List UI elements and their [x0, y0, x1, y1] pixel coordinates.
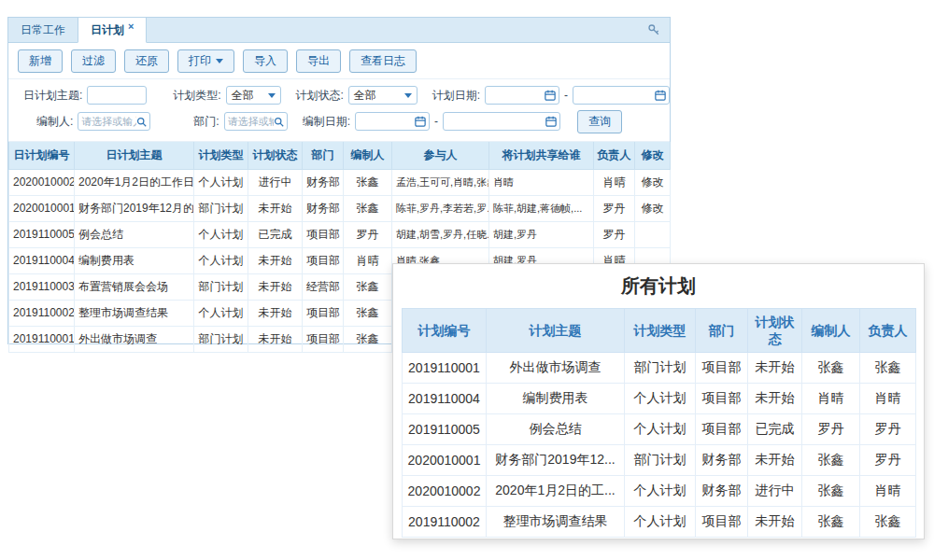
- add-button[interactable]: 新增: [18, 49, 63, 73]
- table-row: 2020010002 2020年1月2日的工作日... 个人计划 进行中 财务部…: [9, 169, 671, 195]
- ocell-id: 2019110001: [403, 353, 487, 384]
- query-button[interactable]: 查询: [577, 110, 622, 133]
- plan-subject-link[interactable]: 整理市场调查结果: [75, 300, 194, 326]
- tab-daily-plan[interactable]: 日计划×: [78, 18, 147, 43]
- ocell-id: 2019110002: [403, 507, 487, 538]
- plan-subject-link[interactable]: 编制费用表: [75, 247, 194, 273]
- plan-subject-link[interactable]: 例会总结: [75, 221, 194, 247]
- cell-status: 未开始: [248, 273, 303, 300]
- modify-link[interactable]: 修改: [635, 195, 671, 221]
- compiler-filter-text[interactable]: [81, 116, 136, 127]
- ocell-dept: 项目部: [696, 384, 748, 414]
- date-range-separator: -: [434, 115, 438, 128]
- dept-filter-text[interactable]: [228, 116, 274, 127]
- cell-compiler: 张鑫: [344, 300, 392, 326]
- search-icon[interactable]: [136, 117, 147, 127]
- ocell-type: 部门计划: [625, 353, 696, 384]
- modify-link[interactable]: 修改: [635, 169, 671, 195]
- owner-link[interactable]: 罗丹: [594, 195, 635, 221]
- plan-subject-link[interactable]: 2020年1月2日的工作日...: [75, 169, 194, 195]
- col-modify: 修改: [635, 142, 671, 169]
- ocell-type: 个人计划: [625, 476, 696, 507]
- dept-filter-label: 部门:: [193, 114, 219, 130]
- plan-id-link[interactable]: 2020010002: [9, 169, 75, 195]
- plan-date-from-text[interactable]: [488, 90, 545, 101]
- table-row: 2019110001 外出做市场调查 部门计划 项目部 未开始 张鑫 张鑫: [403, 353, 916, 384]
- close-icon[interactable]: ×: [128, 21, 134, 32]
- ocell-status: 未开始: [748, 507, 802, 538]
- cell-dept: 项目部: [303, 247, 344, 273]
- subject-filter-input[interactable]: [87, 86, 147, 105]
- cell-dept: 经营部: [303, 273, 344, 300]
- ocell-subject: 财务部门2019年12...: [487, 445, 625, 476]
- plan-subject-link[interactable]: 布置营销展会会场: [75, 273, 194, 300]
- ocell-owner: 张鑫: [860, 507, 916, 538]
- cell-share: 胡建,罗丹: [489, 221, 594, 247]
- plan-date-from-input[interactable]: [485, 86, 559, 105]
- ocell-status: 未开始: [748, 445, 802, 476]
- col-status: 计划状态: [248, 142, 303, 169]
- modify-link[interactable]: [635, 221, 671, 247]
- cell-participants: 陈菲,罗丹,李若若,罗...: [392, 195, 489, 221]
- owner-link[interactable]: 罗丹: [594, 221, 635, 247]
- ocell-dept: 财务部: [696, 445, 748, 476]
- cell-participants: 孟浩,王可可,肖晴,张鑫: [392, 169, 489, 195]
- plan-subject-link[interactable]: 财务部门2019年12月的...: [75, 195, 194, 221]
- col-type: 计划类型: [194, 142, 248, 169]
- plan-id-link[interactable]: 2020010001: [9, 195, 75, 221]
- ocell-dept: 项目部: [696, 414, 748, 445]
- import-button[interactable]: 导入: [243, 49, 288, 73]
- cell-status: 未开始: [248, 247, 303, 273]
- compile-date-to-text[interactable]: [446, 116, 545, 127]
- cell-status: 未开始: [248, 300, 303, 326]
- compile-date-label: 编制日期:: [303, 114, 350, 130]
- cell-compiler: 张鑫: [344, 195, 392, 221]
- plan-id-link[interactable]: 2019110004: [9, 247, 75, 273]
- plan-id-link[interactable]: 2019110005: [9, 221, 75, 247]
- all-plans-table: 计划编号 计划主题 计划类型 部门 计划状态 编制人 负责人 201911000…: [402, 308, 916, 538]
- filter-button[interactable]: 过滤: [71, 49, 116, 73]
- calendar-icon: [545, 90, 556, 101]
- ocell-owner: 罗丹: [860, 445, 916, 476]
- key-icon[interactable]: [638, 18, 670, 42]
- plan-id-link[interactable]: 2019110003: [9, 273, 75, 300]
- search-icon[interactable]: [274, 117, 284, 127]
- cell-compiler: 罗丹: [344, 221, 392, 247]
- compile-date-to-input[interactable]: [443, 112, 560, 131]
- plan-id-link[interactable]: 2019110002: [9, 300, 75, 326]
- restore-button[interactable]: 还原: [124, 49, 169, 73]
- ocell-compiler: 张鑫: [802, 445, 860, 476]
- cell-status: 已完成: [248, 221, 303, 247]
- plan-id-link[interactable]: 2019110001: [9, 326, 75, 352]
- cell-status: 进行中: [248, 169, 303, 195]
- owner-link[interactable]: 肖晴: [594, 169, 635, 195]
- ocell-status: 已完成: [748, 414, 802, 445]
- compile-date-from-text[interactable]: [359, 116, 415, 127]
- ocol-compiler: 编制人: [802, 309, 860, 353]
- ocell-status: 未开始: [748, 384, 802, 414]
- cell-share: 陈菲,胡建,蒋德帧,...: [489, 195, 594, 221]
- cell-compiler: 张鑫: [344, 326, 392, 352]
- all-plans-panel: 所有计划 计划编号 计划主题 计划类型 部门 计划状态 编制人 负责人 2019…: [392, 263, 925, 539]
- compile-date-from-input[interactable]: [355, 112, 430, 131]
- subject-filter-text[interactable]: [91, 90, 143, 101]
- print-button[interactable]: 打印: [177, 49, 234, 73]
- type-select[interactable]: 全部: [226, 86, 281, 105]
- cell-type: 个人计划: [194, 247, 248, 273]
- dept-filter-input[interactable]: [224, 112, 288, 131]
- plan-date-to-input[interactable]: [573, 86, 670, 105]
- plan-date-to-text[interactable]: [576, 90, 655, 101]
- ocell-subject: 外出做市场调查: [487, 353, 625, 384]
- compiler-filter-input[interactable]: [78, 112, 150, 131]
- table-row: 2019110004 编制费用表 个人计划 项目部 未开始 肖晴 肖晴: [403, 384, 916, 414]
- date-range-separator: -: [564, 89, 568, 102]
- calendar-icon: [415, 116, 426, 127]
- filter-form: 日计划主题: 计划类型: 全部 计划状态: 全部 计划日期: - 编制人: 部门…: [8, 79, 670, 142]
- table-row: 2020010001 财务部门2019年12... 部门计划 财务部 未开始 张…: [403, 445, 916, 476]
- tab-daily-work[interactable]: 日常工作: [8, 18, 78, 42]
- table-header-row: 计划编号 计划主题 计划类型 部门 计划状态 编制人 负责人: [403, 309, 916, 353]
- export-button[interactable]: 导出: [296, 49, 341, 73]
- plan-subject-link[interactable]: 外出做市场调查: [75, 326, 194, 352]
- status-select[interactable]: 全部: [348, 86, 417, 105]
- view-log-button[interactable]: 查看日志: [349, 49, 417, 73]
